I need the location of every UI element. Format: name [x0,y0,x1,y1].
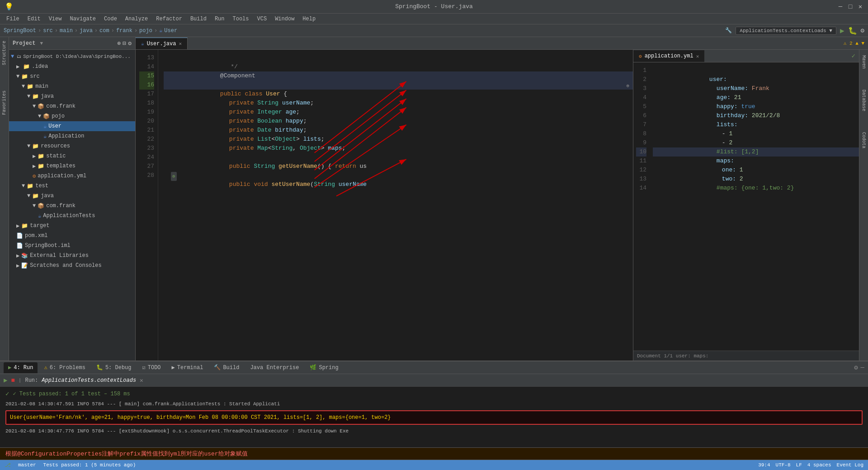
code-line-28: public void setUserName(String userName … [164,171,633,180]
tree-static[interactable]: ▶ 📁 static [9,151,135,161]
menu-window[interactable]: Window [271,15,298,23]
debug-tab[interactable]: 🐛 5: Debug [92,362,136,373]
tree-user-java[interactable]: ☕ User [9,121,135,131]
nav-frank[interactable]: frank [116,28,132,34]
maven-panel-button[interactable]: Maven [860,52,867,72]
tree-main[interactable]: ▼ 📁 main [9,81,135,91]
tab-user-label: User.java [147,41,176,47]
tree-pom-xml[interactable]: 📄 pom.xml [9,231,135,241]
tree-application-yml[interactable]: ⚙ application.yml [9,171,135,181]
run-stop-button[interactable]: ■ [11,377,14,384]
menu-edit[interactable]: Edit [24,15,44,23]
tree-pojo[interactable]: ▼ 📦 pojo [9,111,135,121]
structure-panel-button[interactable]: Structure [1,39,8,67]
menu-navigate[interactable]: Navigate [66,15,99,23]
close-button[interactable]: ✕ [857,4,863,10]
nav-user[interactable]: User [164,28,177,34]
line-numbers: 13 14 15 16 17 18 19 20 21 22 23 24 [136,50,158,361]
bottom-settings-icon[interactable]: ⚙ [854,364,858,371]
tree-external-libs[interactable]: ▶ 📚 External Libraries [9,251,135,261]
locate-file-icon[interactable]: ⊕ [118,40,121,47]
console-line-1: 2021-02-08 14:30:47.591 INFO 5784 --- [ … [5,399,863,408]
title-bar: 💡 SpringBoot - User.java ─ □ ✕ [0,0,868,14]
tree-resources[interactable]: ▼ 📁 resources [9,141,135,151]
menu-refactor[interactable]: Refactor [152,15,186,23]
breadcrumb-bar: SpringBoot › src › main › java › com › f… [0,24,868,37]
minimize-button[interactable]: ─ [837,4,844,10]
run-config-dropdown[interactable]: ApplicationTests.contextLoads ▼ [736,27,836,35]
problems-tab[interactable]: ⚠ 6: Problems [39,362,90,373]
nav-java[interactable]: java [80,28,93,34]
menu-file[interactable]: File [3,15,23,23]
tree-templates[interactable]: ▶ 📁 templates [9,161,135,171]
menu-help[interactable]: Help [299,15,319,23]
menu-view[interactable]: View [45,15,66,23]
tree-test[interactable]: ▼ 📁 test [9,181,135,191]
tree-java[interactable]: ▼ 📁 java [9,91,135,101]
sidebar-header: Project ▼ ⊕ ⊟ ⚙ [9,37,135,50]
menu-code[interactable]: Code [100,15,121,23]
yaml-tab-close[interactable]: ✕ [696,53,699,59]
test-pass-text: ✓ Tests passed: 1 of 1 test – 158 ms [13,389,130,399]
run-close-button[interactable]: ✕ [140,377,143,384]
java-enterprise-tab[interactable]: Java Enterprise [245,362,303,373]
nav-com[interactable]: com [99,28,109,34]
nav-run-icon: 🔧 [725,27,732,34]
tree-springboot[interactable]: ▼ 🗂 SpringBoot D:\Idea\Java\SpringBoo... [9,52,135,62]
nav-src[interactable]: src [43,28,53,34]
nav-main[interactable]: main [60,28,73,34]
tree-scratches[interactable]: ▶ 📝 Scratches and Consoles [9,261,135,271]
codota-panel-button[interactable]: Codota [860,128,867,152]
tree-application-tests[interactable]: ☕ ApplicationTests [9,211,135,221]
tree-test-com-frank[interactable]: ▼ 📦 com.frank [9,201,135,211]
maximize-button[interactable]: □ [847,4,854,10]
database-panel-button[interactable]: Database [860,86,867,115]
tab-user-java[interactable]: ☕ User.java ✕ [136,38,188,49]
run-tab[interactable]: ▶ 4: Run [4,362,38,373]
tree-springboot-iml[interactable]: 📄 SpringBoot.iml [9,241,135,251]
sidebar-header-icons: ⊕ ⊟ ⚙ [118,40,132,47]
yaml-breadcrumb-text: Document 1/1 user: maps: [637,353,708,359]
nav-springboot[interactable]: SpringBoot [4,28,36,34]
tree-target[interactable]: ▶ 📁 target [9,221,135,231]
bottom-tab-bar: ▶ 4: Run ⚠ 6: Problems 🐛 5: Debug ☑ TODO… [0,361,868,374]
menu-tools[interactable]: Tools [229,15,253,23]
console-output: ✓ ✓ Tests passed: 1 of 1 test – 158 ms 2… [0,387,868,447]
right-tool-strip: Maven Database Codota [859,50,868,361]
annotation-bar: 根据@ConfigurationProperties注解中prefix属性值找到… [0,447,868,460]
run-play-button[interactable]: ▶ [4,376,7,384]
terminal-tab[interactable]: ▶ Terminal [167,362,208,373]
event-log[interactable]: Event Log [837,462,863,468]
collapse-all-icon[interactable]: ⊟ [123,40,126,47]
debug-button[interactable]: 🐛 [848,26,857,35]
tree-application-java[interactable]: ☕ Application [9,131,135,141]
tree-idea[interactable]: ▶ 📁 .idea [9,62,135,71]
tree-com-frank[interactable]: ▼ 📦 com.frank [9,101,135,111]
bottom-hide-icon[interactable]: ─ [861,364,864,371]
yaml-line-1: user: [653,66,859,75]
code-area: */ @Component @ConfigurationProperties(p… [158,50,633,361]
nav-pojo[interactable]: pojo [139,28,152,34]
tree-src[interactable]: ▼ 📁 src [9,71,135,81]
menu-run[interactable]: Run [211,15,228,23]
left-tool-strip: Structure Favorites [0,37,9,361]
tab-application-yml[interactable]: ⚙ application.yml ✕ [633,50,704,62]
status-position: 39:4 [758,462,770,468]
yaml-breadcrumb: Document 1/1 user: maps: [633,351,859,361]
spring-tab[interactable]: 🌿 Spring [305,362,343,373]
menu-vcs[interactable]: VCS [254,15,271,23]
window-controls: ─ □ ✕ [837,4,863,10]
menu-build[interactable]: Build [187,15,210,23]
highlight-output-line: User{userName='Fran/nk', age=21, happy=t… [5,410,863,425]
run-button[interactable]: ▶ [840,26,844,35]
menu-analyze[interactable]: Analyze [122,15,151,23]
tree-test-java[interactable]: ▼ 📁 java [9,191,135,201]
favorites-panel-button[interactable]: Favorites [1,89,8,117]
build-tab[interactable]: 🔨 Build [209,362,244,373]
tab-user-close[interactable]: ✕ [179,41,182,47]
settings-icon[interactable]: ⚙ [128,40,132,47]
todo-tab[interactable]: ☑ TODO [138,362,165,373]
toolbar-more[interactable]: ⚙ [861,27,864,34]
code-line-24: public String getUserName() { return us [164,153,633,162]
bottom-panel: ▶ 4: Run ⚠ 6: Problems 🐛 5: Debug ☑ TODO… [0,361,868,460]
